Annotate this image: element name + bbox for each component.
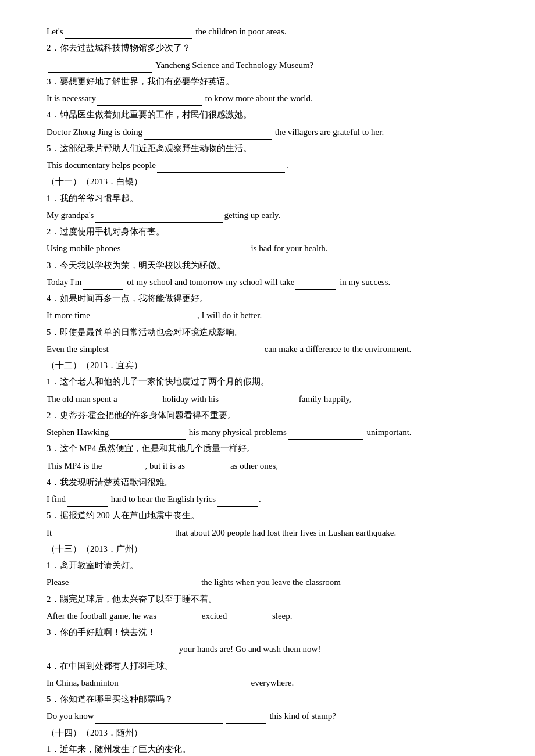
s11-line-4b: If more time , I will do it better. — [47, 307, 488, 323]
text-s11-2b-after: is bad for your health. — [251, 244, 328, 253]
blank-s11-1b[interactable] — [95, 207, 223, 223]
text-3a: 3．要想更好地了解世界，我们有必要学好英语。 — [47, 77, 234, 86]
text-l1-before: Let's — [47, 27, 63, 36]
text-s12-2b-mid: his many physical problems — [187, 427, 287, 437]
s13-line-2a: 2．踢完足球后，他太兴奋了以至于睡不着。 — [47, 591, 488, 607]
section-14-label: （十四）（2013．随州） — [47, 728, 142, 737]
blank-s13-4b[interactable] — [120, 675, 248, 690]
blank-s12-1b-1[interactable] — [119, 391, 159, 406]
s13-line-3a: 3．你的手好脏啊！快去洗！ — [47, 625, 488, 640]
blank-s12-4b-1[interactable] — [67, 491, 108, 507]
blank-s12-5b-2[interactable] — [96, 525, 172, 540]
blank-s12-2b-1[interactable] — [110, 424, 186, 440]
blank-s12-1b-2[interactable] — [220, 391, 295, 406]
text-s13-2b-mid: excited — [199, 611, 227, 621]
s13-line-1a: 1．离开教室时请关灯。 — [47, 558, 488, 573]
s11-line-1a: 1．我的爷爷习惯早起。 — [47, 191, 488, 206]
blank-s11-2b[interactable] — [122, 240, 250, 256]
blank-s13-5b-2[interactable] — [226, 708, 266, 723]
s14-line-1a: 1．近年来，随州发生了巨大的变化。 — [47, 741, 488, 756]
blank-l1[interactable] — [65, 23, 192, 39]
blank-s12-4b-2[interactable] — [217, 491, 258, 507]
section-12-header: （十二）（2013．宜宾） — [47, 358, 488, 373]
text-s13-4a: 4．在中国到处都有人打羽毛球。 — [47, 661, 173, 671]
blank-3b[interactable] — [97, 90, 202, 106]
text-s11-1a: 1．我的爷爷习惯早起。 — [47, 194, 138, 203]
blank-s11-3b-1[interactable] — [83, 274, 123, 290]
s13-line-4b: In China, badminton everywhere. — [47, 675, 488, 690]
s13-line-3b: your hands are! Go and wash them now! — [47, 641, 488, 657]
s13-line-5b: Do you know this kind of stamp? — [47, 708, 488, 723]
s11-line-5a: 5．即使是最简单的日常活动也会对环境造成影响。 — [47, 324, 488, 340]
text-s11-2a: 2．过度使用手机对身体有害。 — [47, 227, 165, 236]
blank-s13-1b[interactable] — [70, 574, 198, 590]
text-s13-1a: 1．离开教室时请关灯。 — [47, 561, 138, 570]
blank-s11-5b-2[interactable] — [188, 341, 263, 356]
s12-line-2b: Stephen Hawking his many physical proble… — [47, 424, 488, 440]
text-s13-3a: 3．你的手好脏啊！快去洗！ — [47, 627, 156, 637]
text-s12-4b-after: . — [259, 494, 261, 504]
s12-line-4a: 4．我发现听清楚英语歌词很难。 — [47, 475, 488, 490]
blank-s11-3b-2[interactable] — [295, 274, 336, 290]
blank-s12-3b-2[interactable] — [186, 458, 227, 473]
text-3b-before: It is necessary — [47, 94, 96, 103]
line-3a: 3．要想更好地了解世界，我们有必要学好英语。 — [47, 74, 488, 89]
blank-s13-3b[interactable] — [48, 641, 176, 657]
text-s11-2b-before: Using mobile phones — [47, 244, 121, 253]
line-5a: 5．这部纪录片帮助人们近距离观察野生动物的生活。 — [47, 141, 488, 156]
s12-line-1b: The old man spent a holiday with his fam… — [47, 391, 488, 406]
blank-5b[interactable] — [157, 157, 285, 173]
text-s11-1b-before: My grandpa's — [47, 211, 94, 220]
section-12-label: （十二）（2013．宜宾） — [47, 361, 142, 370]
text-s14-1a: 1．近年来，随州发生了巨大的变化。 — [47, 744, 191, 754]
text-3b-after: to know more about the world. — [203, 94, 313, 103]
s11-line-4a: 4．如果时间再多一点，我将能做得更好。 — [47, 291, 488, 306]
blank-s12-3b-1[interactable] — [103, 458, 144, 473]
text-s13-1b-after: the lights when you leave the classroom — [199, 577, 341, 587]
text-s11-3b-before: Today I'm — [47, 277, 81, 287]
blank-s13-5b-1[interactable] — [95, 708, 223, 723]
blank-s11-4b[interactable] — [91, 307, 196, 323]
blank-s11-5b-1[interactable] — [110, 341, 186, 356]
text-s13-3b-after: your hands are! Go and wash them now! — [177, 644, 320, 654]
section-11-label: （十一）（2013．白银） — [47, 177, 142, 186]
text-s13-2b-before: After the football game, he was — [47, 611, 156, 621]
blank-s12-5b-1[interactable] — [53, 525, 94, 540]
text-s12-1b-mid: holiday with his — [160, 394, 219, 404]
text-5b-after: . — [286, 161, 288, 170]
text-s11-3b-after: in my success. — [337, 277, 390, 287]
s13-line-1b: Please the lights when you leave the cla… — [47, 574, 488, 590]
text-5b-before: This documentary helps people — [47, 161, 156, 170]
text-s11-4b-after: , I will do it better. — [197, 311, 262, 320]
text-s12-3a: 3．这个 MP4 虽然便宜，但是和其他几个质量一样好。 — [47, 444, 255, 453]
text-s11-5a: 5．即使是最简单的日常活动也会对环境造成影响。 — [47, 327, 243, 337]
text-s11-1b-after: getting up early. — [224, 211, 280, 220]
s13-line-2b: After the football game, he was excited … — [47, 608, 488, 623]
text-5a: 5．这部纪录片帮助人们近距离观察野生动物的生活。 — [47, 144, 252, 153]
s11-line-2b: Using mobile phones is bad for your heal… — [47, 240, 488, 256]
blank-s13-2b-2[interactable] — [228, 608, 269, 623]
section-14-header: （十四）（2013．随州） — [47, 725, 488, 740]
text-s12-1b-after: family happily, — [297, 394, 351, 404]
line-1: Let's the children in poor areas. — [47, 23, 488, 39]
s13-line-4a: 4．在中国到处都有人打羽毛球。 — [47, 658, 488, 673]
s12-line-5a: 5．据报道约 200 人在芦山地震中丧生。 — [47, 508, 488, 523]
section-11-header: （十一）（2013．白银） — [47, 174, 488, 189]
text-s13-5b-after: this kind of stamp? — [268, 711, 336, 721]
text-s12-2b-after: unimportant. — [365, 427, 412, 437]
s12-line-3a: 3．这个 MP4 虽然便宜，但是和其他几个质量一样好。 — [47, 441, 488, 456]
blank-s12-2b-2[interactable] — [288, 424, 363, 440]
text-4a: 4．钟晶医生做着如此重要的工作，村民们很感激她。 — [47, 110, 252, 119]
s11-line-2a: 2．过度使用手机对身体有害。 — [47, 224, 488, 239]
s12-line-3b: This MP4 is the , but it is as as other … — [47, 458, 488, 473]
blank-2b[interactable] — [48, 57, 152, 73]
blank-s13-2b-1[interactable] — [158, 608, 198, 623]
s12-line-5b: It that about 200 people had lost their … — [47, 525, 488, 540]
text-l1-after: the children in poor areas. — [194, 27, 287, 36]
blank-4b[interactable] — [144, 124, 272, 140]
s11-line-5b: Even the simplest can make a difference … — [47, 341, 488, 356]
text-2a: 2．你去过盐城科技博物馆多少次了？ — [47, 43, 191, 52]
text-s12-2a: 2．史蒂芬·霍金把他的许多身体问题看得不重要。 — [47, 411, 236, 420]
section-13-label: （十三）（2013．广州） — [47, 544, 142, 554]
line-2b: Yancheng Science and Technology Museum? — [47, 57, 488, 73]
